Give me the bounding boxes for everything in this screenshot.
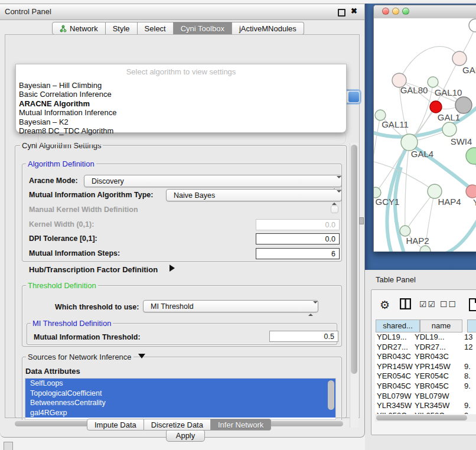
mi-type-combo[interactable]: Naive Bayes [166,189,342,201]
network-node-gal[interactable] [452,51,467,66]
table-row[interactable]: YIL052CYIL052C9. [375,411,476,414]
table-cell[interactable]: YBR043C [377,352,418,361]
document-icon[interactable] [469,298,476,314]
table-cell[interactable]: YER054C [415,371,462,380]
minimize-traffic-light-icon[interactable] [392,8,399,15]
table-row[interactable]: YER054CYER054C8. [375,371,476,381]
table-row[interactable]: YPR145WYPR145W9. [375,362,476,372]
network-node[interactable] [428,77,438,87]
table-cell[interactable]: 9. [464,381,476,390]
control-panel-titlebar[interactable]: Control Panel ✖ [0,4,364,20]
algorithm-list-item[interactable]: Dream8 DC_TDC Algorithm [16,126,346,135]
tab-infer-network[interactable]: Infer Network [211,419,271,431]
algorithm-list-item[interactable]: Basic Correlation Inference [16,90,346,99]
algorithm-list-item[interactable]: Mutual Information Inference [16,108,346,117]
network-node-gal10[interactable] [455,97,472,113]
zoom-traffic-light-icon[interactable] [402,8,409,15]
expand-right-icon[interactable] [169,265,175,272]
aracne-mode-combo[interactable]: Discovery [84,175,342,187]
table-row[interactable]: YDR27...YDR27...12 [375,343,476,353]
table-cell[interactable]: YDR27... [377,343,418,351]
vertical-scrollbar-thumb[interactable] [351,145,357,374]
attributes-list-scrollbar[interactable] [328,380,334,410]
mi-steps-field[interactable]: 6 [256,248,340,259]
table-row[interactable]: YBL079WYBL079W [375,392,476,402]
attribute-list-item[interactable]: SelfLoops [25,379,335,389]
collapsed-panel-icon[interactable] [4,442,13,450]
network-canvas[interactable]: GALGAL80GAL10GAL11GAL1GAL4SWI4GCY1HAP4YH… [374,18,476,252]
split-columns-icon[interactable] [400,298,411,312]
mi-threshold-field[interactable]: 0.5 [269,331,338,342]
table-cell[interactable]: YDR27... [415,343,462,351]
close-traffic-light-icon[interactable] [382,8,389,15]
table-scrollbar-thumb[interactable] [376,415,467,420]
network-node-gal1[interactable] [442,122,457,136]
table-row[interactable]: YLR345WYLR345W9. [375,401,476,411]
network-node-y[interactable] [466,185,476,198]
table-cell[interactable]: 9. [464,401,476,410]
tab-cyni-toolbox[interactable]: Cyni Toolbox [174,22,232,35]
table-cell[interactable]: YER054C [377,371,418,380]
table-cell[interactable]: YBL079W [377,392,418,400]
attribute-list-item[interactable]: gal4RGexp [25,408,335,418]
tab-select[interactable]: Select [138,22,174,35]
network-node-gal4[interactable] [401,134,418,151]
float-window-icon[interactable] [338,9,345,17]
splitter-grip-icon[interactable] [359,217,364,224]
unchecked-boxes-icon[interactable]: ☐☐ [440,299,457,309]
network-node[interactable] [420,246,431,252]
apply-button[interactable]: Apply [166,429,205,442]
table-cell[interactable]: YPR145W [415,362,462,371]
table-cell[interactable]: 13 [464,332,476,341]
algorithm-list-item[interactable]: Bayesian – Hill Climbing [16,81,346,90]
tab-jactivemnodules[interactable]: jActiveMNodules [232,22,304,35]
manual-kernel-checkbox[interactable] [331,206,338,213]
table-cell[interactable]: 9. [464,362,476,371]
column-header-name[interactable]: name [420,319,462,332]
tab-network[interactable]: Network [52,22,106,35]
tab-style[interactable]: Style [106,22,138,35]
settings-vertical-scrollbar[interactable] [350,143,358,428]
checked-boxes-icon[interactable]: ☑☑ [419,299,436,309]
table-cell[interactable]: YIL052C [415,411,462,414]
table-cell[interactable]: YLR345W [415,401,462,410]
tab-impute-data[interactable]: Impute Data [87,419,144,431]
table-cell[interactable]: YDL19... [415,332,462,341]
network-window-titlebar[interactable] [374,5,476,19]
network-edge[interactable] [405,142,409,230]
tab-discretize-data[interactable]: Discretize Data [144,419,211,431]
table-row[interactable]: YBR043CYBR043C [375,352,476,362]
table-cell[interactable]: YBR043C [415,352,462,361]
table-cell[interactable]: YPR145W [377,362,418,371]
combo-spinner-icon[interactable] [348,92,359,102]
algorithm-list-item[interactable]: Bayesian – K2 [16,118,346,126]
network-edge[interactable] [395,167,405,252]
column-header-A[interactable]: A [467,319,476,332]
column-header-shared[interactable]: shared... [376,319,420,332]
gear-icon[interactable]: ⚙ [380,298,390,312]
table-cell[interactable]: 12 [464,343,476,351]
table-cell[interactable]: YBR045C [377,381,418,390]
table-cell[interactable]: YBL079W [415,392,462,400]
network-node[interactable] [469,19,476,32]
attribute-list-item[interactable]: TopologicalCoefficient [25,389,335,399]
table-cell[interactable]: YLR345W [377,401,418,410]
table-row[interactable]: YBR045CYBR045C9. [375,381,476,392]
which-threshold-combo[interactable]: MI Threshold [143,300,318,312]
table-cell[interactable]: 8. [464,371,476,380]
table-row[interactable]: YDL19...YDL19...13 [375,332,476,343]
network-node-hap2[interactable] [400,226,410,236]
table-cell[interactable]: 9. [464,411,476,414]
dpi-tolerance-field[interactable]: 0.0 [256,233,340,244]
collapse-down-icon[interactable] [138,354,145,358]
network-edge[interactable] [442,218,476,252]
table-cell[interactable]: YBR045C [415,381,462,390]
algorithm-list-item[interactable]: ARACNE Algorithm [16,99,346,108]
network-node[interactable] [430,101,442,113]
table-cell[interactable]: YIL052C [377,411,418,414]
data-attributes-list[interactable]: SelfLoopsTopologicalCoefficientBetweenne… [25,378,336,420]
network-node-swi4[interactable] [466,148,476,164]
close-icon[interactable]: ✖ [351,6,357,15]
table-horizontal-scrollbar[interactable] [375,415,476,422]
table-cell[interactable]: YDL19... [377,332,418,341]
